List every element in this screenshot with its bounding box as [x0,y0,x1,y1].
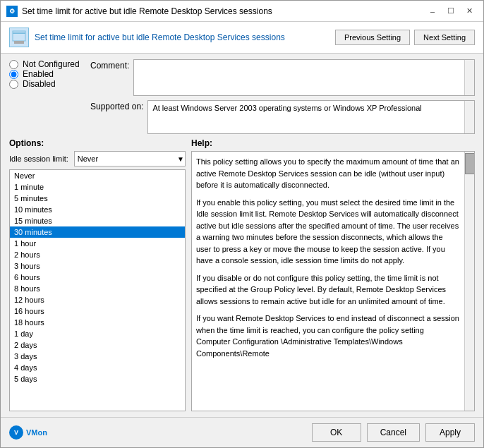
comment-label: Comment: [90,59,129,71]
dropdown-item[interactable]: 18 hours [10,317,185,328]
policy-icon [9,28,29,47]
cancel-button[interactable]: Cancel [367,423,420,442]
title-buttons: – ☐ ✕ [424,4,478,18]
window-title: Set time limit for active but idle Remot… [22,6,272,16]
idle-select-wrapper: Never1 minute5 minutes10 minutes15 minut… [74,151,186,167]
disabled-radio[interactable] [9,80,18,89]
help-scrollbar[interactable] [464,152,474,411]
idle-row: Idle session limit: Never1 minute5 minut… [9,151,186,167]
help-para-1: This policy setting allows you to specif… [196,156,460,191]
disabled-label: Disabled [23,79,56,89]
enabled-label: Enabled [23,69,54,79]
main-window: ⚙ Set time limit for active but idle Rem… [0,0,484,448]
maximize-button[interactable]: ☐ [442,4,459,18]
dropdown-list[interactable]: Never1 minute5 minutes10 minutes15 minut… [9,169,186,411]
next-setting-button[interactable]: Next Setting [414,30,475,45]
dropdown-item[interactable]: 12 hours [10,294,185,305]
header-left: Set time limit for active but idle Remot… [9,28,285,47]
title-bar: ⚙ Set time limit for active but idle Rem… [1,1,483,22]
enabled-row: Enabled [9,69,90,79]
header-buttons: Previous Setting Next Setting [335,30,475,45]
help-scroll-thumb[interactable] [465,153,475,174]
help-para-3: If you disable or do not configure this … [196,272,460,308]
dropdown-item[interactable]: 3 days [10,351,185,362]
vmmon-area: V VMon [9,425,306,440]
right-panel: This policy setting allows you to specif… [191,151,475,411]
header-bar: Set time limit for active but idle Remot… [1,22,483,54]
disabled-row: Disabled [9,79,90,89]
enabled-radio[interactable] [9,70,18,79]
dropdown-item[interactable]: 1 hour [10,238,185,249]
top-section: Not Configured Enabled Disabled Comment: [9,59,475,134]
dropdown-item[interactable]: 5 days [10,373,185,385]
previous-setting-button[interactable]: Previous Setting [335,30,410,45]
minimize-button[interactable]: – [424,4,441,18]
help-para-2: If you enable this policy setting, you m… [196,197,460,267]
dropdown-item[interactable]: 1 minute [10,181,185,193]
vmmon-label: VMon [26,428,47,437]
dropdown-item[interactable]: 15 minutes [10,215,185,226]
supported-value: At least Windows Server 2003 operating s… [152,104,421,112]
help-content: This policy setting allows you to specif… [191,151,475,411]
title-bar-left: ⚙ Set time limit for active but idle Rem… [6,6,272,17]
comment-box [133,59,475,96]
options-label: Options: [9,138,186,148]
dropdown-item[interactable]: 1 day [10,328,185,339]
idle-session-select[interactable]: Never1 minute5 minutes10 minutes15 minut… [74,151,186,167]
dropdown-item[interactable]: 2 days [10,339,185,351]
two-col-section: Idle session limit: Never1 minute5 minut… [9,151,475,411]
help-para-4: If you want Remote Desktop Services to e… [196,313,460,359]
dropdown-item[interactable]: 16 hours [10,305,185,317]
bottom-bar: V VMon OK Cancel Apply [1,417,483,447]
svg-rect-1 [14,41,24,44]
svg-rect-2 [13,32,25,34]
supported-scrollbar[interactable] [464,101,474,133]
idle-session-label: Idle session limit: [9,155,68,163]
not-configured-row: Not Configured [9,59,90,69]
apply-button[interactable]: Apply [425,423,475,442]
dropdown-item[interactable]: 10 minutes [10,204,185,215]
section-labels: Options: Help: [9,138,475,148]
dropdown-item[interactable]: 2 hours [10,249,185,260]
meta-section: Comment: Supported on: At least Windows … [90,59,475,134]
window-icon: ⚙ [6,6,18,17]
dropdown-item[interactable]: 4 days [10,362,185,373]
close-button[interactable]: ✕ [461,4,478,18]
left-panel: Idle session limit: Never1 minute5 minut… [9,151,186,411]
supported-label: Supported on: [90,100,143,111]
dropdown-item[interactable]: Never [10,170,185,181]
header-title: Set time limit for active but idle Remot… [35,32,285,42]
not-configured-radio[interactable] [9,60,18,69]
dropdown-item[interactable]: 5 minutes [10,193,185,204]
comment-scrollbar[interactable] [464,60,474,95]
ok-button[interactable]: OK [312,423,361,442]
dropdown-item[interactable]: 3 hours [10,260,185,272]
dropdown-item[interactable]: 8 hours [10,283,185,294]
dropdown-item[interactable]: 30 minutes [10,226,185,238]
vmmon-icon: V [9,425,23,440]
not-configured-label: Not Configured [23,59,80,69]
radio-section: Not Configured Enabled Disabled [9,59,90,134]
dropdown-item[interactable]: 6 hours [10,272,185,283]
help-label: Help: [191,138,475,148]
content-area: Not Configured Enabled Disabled Comment: [1,54,483,417]
supported-box: At least Windows Server 2003 operating s… [147,100,475,134]
